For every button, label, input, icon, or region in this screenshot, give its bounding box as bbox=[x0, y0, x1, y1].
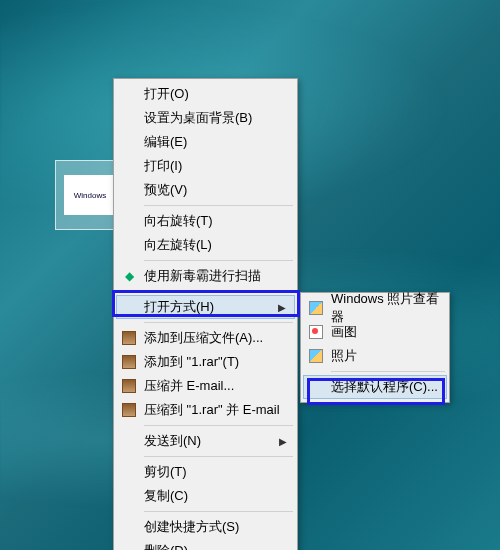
archive-icon bbox=[121, 378, 137, 394]
menu-compress-email-label: 压缩并 E-mail... bbox=[144, 377, 234, 395]
submenu-photos[interactable]: 照片 bbox=[303, 344, 447, 368]
menu-send-to[interactable]: 发送到(N) ▶ bbox=[116, 429, 295, 453]
photos-icon bbox=[308, 348, 324, 364]
menu-compress-rar-email-label: 压缩到 "1.rar" 并 E-mail bbox=[144, 401, 280, 419]
menu-print[interactable]: 打印(I) bbox=[116, 154, 295, 178]
menu-open-with[interactable]: 打开方式(H) ▶ bbox=[116, 295, 295, 319]
archive-icon bbox=[121, 354, 137, 370]
menu-delete-label: 删除(D) bbox=[144, 542, 188, 550]
menu-copy[interactable]: 复制(C) bbox=[116, 484, 295, 508]
submenu-paint[interactable]: 画图 bbox=[303, 320, 447, 344]
archive-icon bbox=[121, 402, 137, 418]
menu-compress-rar-email[interactable]: 压缩到 "1.rar" 并 E-mail bbox=[116, 398, 295, 422]
desktop-file-thumbnail: Windows bbox=[64, 175, 116, 215]
submenu-photos-label: 照片 bbox=[331, 347, 357, 365]
submenu-arrow-icon: ▶ bbox=[278, 302, 286, 313]
menu-add-to-rar[interactable]: 添加到 "1.rar"(T) bbox=[116, 350, 295, 374]
menu-preview[interactable]: 预览(V) bbox=[116, 178, 295, 202]
menu-edit[interactable]: 编辑(E) bbox=[116, 130, 295, 154]
paint-icon bbox=[308, 324, 324, 340]
open-with-submenu: Windows 照片查看器 画图 照片 选择默认程序(C)... bbox=[300, 292, 450, 403]
menu-set-wallpaper[interactable]: 设置为桌面背景(B) bbox=[116, 106, 295, 130]
menu-create-shortcut[interactable]: 创建快捷方式(S) bbox=[116, 515, 295, 539]
separator bbox=[144, 291, 293, 292]
menu-cut[interactable]: 剪切(T) bbox=[116, 460, 295, 484]
menu-open-with-label: 打开方式(H) bbox=[144, 298, 214, 316]
separator bbox=[144, 260, 293, 261]
menu-preview-label: 预览(V) bbox=[144, 181, 187, 199]
menu-add-to-archive-label: 添加到压缩文件(A)... bbox=[144, 329, 263, 347]
menu-rotate-left[interactable]: 向左旋转(L) bbox=[116, 233, 295, 257]
menu-add-to-archive[interactable]: 添加到压缩文件(A)... bbox=[116, 326, 295, 350]
archive-icon bbox=[121, 330, 137, 346]
submenu-paint-label: 画图 bbox=[331, 323, 357, 341]
menu-copy-label: 复制(C) bbox=[144, 487, 188, 505]
photo-viewer-icon bbox=[308, 300, 324, 316]
menu-cut-label: 剪切(T) bbox=[144, 463, 187, 481]
menu-set-wallpaper-label: 设置为桌面背景(B) bbox=[144, 109, 252, 127]
menu-open[interactable]: 打开(O) bbox=[116, 82, 295, 106]
menu-send-to-label: 发送到(N) bbox=[144, 432, 201, 450]
menu-rotate-left-label: 向左旋转(L) bbox=[144, 236, 212, 254]
separator bbox=[144, 511, 293, 512]
menu-rotate-right[interactable]: 向右旋转(T) bbox=[116, 209, 295, 233]
separator bbox=[144, 322, 293, 323]
submenu-photo-viewer[interactable]: Windows 照片查看器 bbox=[303, 296, 447, 320]
separator bbox=[144, 456, 293, 457]
submenu-choose-default[interactable]: 选择默认程序(C)... bbox=[303, 375, 447, 399]
submenu-choose-default-label: 选择默认程序(C)... bbox=[331, 378, 438, 396]
menu-edit-label: 编辑(E) bbox=[144, 133, 187, 151]
menu-print-label: 打印(I) bbox=[144, 157, 182, 175]
menu-scan[interactable]: ◆ 使用新毒霸进行扫描 bbox=[116, 264, 295, 288]
menu-scan-label: 使用新毒霸进行扫描 bbox=[144, 267, 261, 285]
menu-compress-email[interactable]: 压缩并 E-mail... bbox=[116, 374, 295, 398]
menu-delete[interactable]: 删除(D) bbox=[116, 539, 295, 550]
menu-create-shortcut-label: 创建快捷方式(S) bbox=[144, 518, 239, 536]
menu-add-to-rar-label: 添加到 "1.rar"(T) bbox=[144, 353, 239, 371]
menu-open-label: 打开(O) bbox=[144, 85, 189, 103]
separator bbox=[144, 425, 293, 426]
menu-rotate-right-label: 向右旋转(T) bbox=[144, 212, 213, 230]
context-menu: 打开(O) 设置为桌面背景(B) 编辑(E) 打印(I) 预览(V) 向右旋转(… bbox=[113, 78, 298, 550]
separator bbox=[144, 205, 293, 206]
separator bbox=[331, 371, 445, 372]
submenu-arrow-icon: ▶ bbox=[279, 436, 287, 447]
shield-icon: ◆ bbox=[121, 268, 137, 284]
